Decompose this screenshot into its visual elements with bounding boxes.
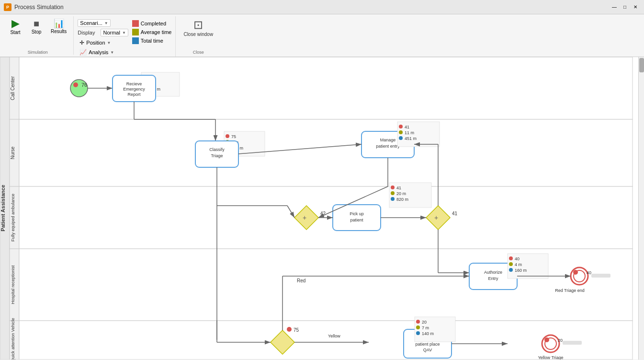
ribbon-group-display: Scenari... ▼ Display Normal ▼ ✛ Position: [74, 16, 176, 57]
yellow-end-dot: [544, 337, 549, 342]
svg-point-70: [509, 268, 513, 272]
display-mode-dropdown[interactable]: Normal ▼: [101, 29, 128, 36]
window-title: Process Simulation: [14, 4, 610, 11]
position-arrow: ▼: [107, 41, 111, 45]
svg-point-44: [391, 197, 395, 201]
svg-point-84: [416, 331, 420, 335]
ribbon-group-simulation: ▶ Start ■ Stop 📊 Results Simulation: [2, 16, 74, 55]
stats-manage-patient: [397, 122, 440, 147]
svg-point-42: [391, 191, 395, 195]
analysis-button[interactable]: 📈 Analysis ▼: [78, 48, 128, 57]
scrollbar[interactable]: [638, 57, 644, 360]
svg-text:160 m: 160 m: [515, 268, 527, 273]
svg-text:41: 41: [405, 125, 409, 129]
svg-text:Manage: Manage: [380, 138, 396, 142]
start-completed-dot: [73, 82, 78, 87]
results-icon: 📊: [54, 19, 64, 28]
position-button[interactable]: ✛ Position ▼: [78, 38, 128, 47]
svg-text:Entry: Entry: [488, 276, 498, 281]
svg-text:20: 20: [422, 320, 427, 325]
svg-text:Pick up: Pick up: [350, 211, 364, 216]
yellow-count: 20: [558, 338, 563, 343]
stop-button[interactable]: ■ Stop: [27, 17, 46, 36]
red-label: Red: [297, 278, 305, 283]
svg-text:patient entry: patient entry: [376, 144, 400, 149]
svg-text:820 m: 820 m: [396, 197, 408, 202]
svg-text:patient: patient: [350, 218, 363, 222]
close-window-icon: ⊡: [193, 18, 203, 32]
svg-point-24: [226, 134, 229, 138]
avg-time-legend[interactable]: Average time: [132, 29, 172, 35]
avg-time-color: [132, 29, 139, 35]
display-label: Display: [78, 30, 95, 35]
svg-point-80: [416, 320, 420, 324]
svg-text:451 m: 451 m: [405, 136, 417, 141]
results-button[interactable]: 📊 Results: [48, 17, 69, 36]
maximize-button[interactable]: □: [620, 3, 630, 12]
svg-point-55: [399, 136, 403, 140]
window-controls: — □ ✕: [610, 3, 640, 12]
svg-text:Classify: Classify: [209, 147, 225, 152]
app-icon: P: [4, 3, 11, 11]
gateway-41-label: 41: [452, 211, 458, 216]
red-triage-end-text: Red Triage end: [555, 288, 585, 293]
scenario-dropdown[interactable]: Scenari... ▼: [78, 19, 110, 27]
svg-text:140 m: 140 m: [422, 331, 434, 336]
svg-text:+: +: [303, 214, 306, 221]
yellow-end-bar: [563, 341, 582, 345]
svg-text:11 m: 11 m: [405, 130, 414, 135]
svg-point-66: [509, 256, 513, 260]
position-icon: ✛: [79, 39, 84, 46]
title-bar: P Process Simulation — □ ✕: [0, 0, 644, 14]
svg-rect-10: [19, 321, 633, 360]
triage-type-dot: [287, 327, 292, 332]
svg-point-51: [399, 125, 403, 128]
outer-label: Patient Assistance: [0, 185, 6, 231]
total-time-legend[interactable]: Total time: [132, 37, 172, 44]
stats-arrive-patient: [415, 317, 455, 342]
close-button[interactable]: ✕: [631, 3, 640, 12]
svg-text:Triage: Triage: [211, 153, 223, 158]
svg-text:41: 41: [396, 186, 401, 190]
red-end-dot: [573, 270, 578, 275]
svg-text:Emergency: Emergency: [123, 87, 145, 92]
completed-legend[interactable]: Completed: [132, 20, 172, 27]
display-mode-arrow: ▼: [122, 31, 126, 35]
svg-text:40: 40: [515, 256, 520, 261]
svg-text:QAV: QAV: [423, 348, 432, 352]
svg-point-40: [391, 186, 395, 189]
ribbon-group-close: ⊡ Close window Close: [176, 16, 221, 55]
svg-text:patient place: patient place: [415, 342, 440, 347]
svg-point-82: [416, 325, 420, 329]
swimlane-label-qav: Quick attention Vehicle: [11, 318, 15, 360]
svg-point-53: [399, 130, 403, 134]
stats-pick-up: [389, 183, 431, 208]
triage-type-count: 75: [294, 327, 299, 333]
swimlane-label-call-center: Call Center: [10, 76, 15, 100]
simulation-group-label: Simulation: [6, 48, 69, 55]
stats-authorize-entry: [508, 254, 548, 279]
minimize-button[interactable]: —: [610, 3, 619, 12]
analysis-arrow: ▼: [110, 50, 114, 55]
start-button[interactable]: ▶ Start: [6, 16, 25, 37]
swimlane-label-ambulance: Fully equiped ambulance: [11, 194, 15, 242]
svg-rect-4: [19, 119, 633, 186]
svg-text:4 m: 4 m: [515, 262, 522, 267]
svg-text:+: +: [434, 214, 438, 221]
ribbon: ▶ Start ■ Stop 📊 Results Simulation: [0, 14, 644, 57]
svg-text:Authorize: Authorize: [484, 270, 502, 275]
yellow-label: Yellow: [328, 334, 340, 338]
main-area: Patient Assistance Call Center Nurse Ful…: [0, 57, 644, 360]
svg-text:20 m: 20 m: [396, 191, 406, 196]
svg-text:7 m: 7 m: [422, 325, 429, 330]
scroll-thumb[interactable]: [639, 58, 644, 72]
close-window-button[interactable]: ⊡ Close window: [180, 16, 217, 39]
analysis-icon: 📈: [79, 49, 87, 56]
close-group-label: Close: [180, 48, 217, 55]
swimlane-label-nurse: Nurse: [10, 146, 15, 159]
start-icon: ▶: [11, 18, 20, 29]
svg-text:Report: Report: [127, 92, 141, 97]
diagram-canvas: Patient Assistance Call Center Nurse Ful…: [0, 57, 638, 360]
svg-text:Recieve: Recieve: [126, 81, 142, 86]
total-time-color: [132, 37, 139, 44]
